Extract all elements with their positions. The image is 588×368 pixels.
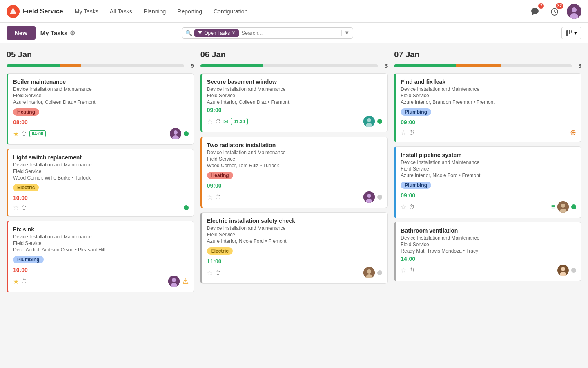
svg-point-16	[367, 118, 371, 122]
chat-button[interactable]: 7	[528, 4, 542, 19]
task-tag-0-1: Electric	[13, 184, 39, 191]
task-sub2-1-1: Field Service	[207, 156, 383, 162]
kanban-view-icon	[566, 30, 572, 36]
filter-close[interactable]: ✕	[232, 30, 236, 36]
task-sub1-2-0: Device Installation and Maintenance	[401, 86, 576, 92]
task-sub1-2-2: Device Installation and Maintenance	[401, 235, 576, 241]
task-time-2-2: 14:00	[401, 256, 576, 262]
clock-icon-0-2[interactable]: ⏱	[21, 278, 27, 285]
timer-badge-nav: 32	[556, 3, 564, 9]
progress-bar-2	[394, 64, 572, 67]
nav-my-tasks[interactable]: My Tasks	[70, 6, 103, 17]
task-sub1-1-0: Device Installation and Maintenance	[207, 86, 383, 92]
svg-point-4	[572, 7, 577, 12]
task-title-1-1: Two radiators installation	[207, 142, 383, 148]
task-sub2-0-1: Field Service	[13, 168, 189, 174]
task-sub3-0-1: Wood Corner, Willie Burke • Turlock	[13, 175, 189, 181]
avatar-0-0	[170, 128, 181, 139]
star-icon-1-1[interactable]: ☆	[207, 193, 213, 201]
day-header-0: 05 Jan	[7, 50, 194, 59]
user-avatar-nav[interactable]	[567, 4, 581, 19]
task-sub2-0-0: Field Service	[13, 93, 189, 99]
nav-configuration[interactable]: Configuration	[209, 6, 252, 17]
search-input[interactable]	[241, 30, 339, 36]
task-sub2-2-1: Field Service	[401, 166, 576, 172]
warn-icon-0-2: ⚠	[182, 277, 189, 286]
status-dot-gray-1-2	[377, 270, 382, 275]
task-title-2-2: Bathroom ventilation	[401, 227, 576, 234]
new-button[interactable]: New	[7, 26, 36, 40]
task-card-2-1[interactable]: Install pipeline system Device Installat…	[394, 146, 581, 218]
task-time-1-2: 11:00	[207, 258, 383, 265]
task-footer: ★⏱⚠	[13, 276, 189, 287]
task-title-2-1: Install pipeline system	[401, 152, 576, 158]
star-icon-1-2[interactable]: ☆	[207, 269, 213, 277]
clock-icon-1-2[interactable]: ⏱	[215, 269, 221, 276]
task-sub3-2-1: Azure Interior, Nicole Ford • Fremont	[401, 173, 576, 178]
search-dropdown-arrow[interactable]: ▼	[341, 30, 350, 36]
clock-icon-2-1[interactable]: ⏱	[409, 204, 414, 210]
nav-all-tasks[interactable]: All Tasks	[105, 6, 137, 17]
day-col-0: 05 Jan 9 Boiler maintenance Device Insta…	[7, 50, 194, 296]
task-sub1-1-1: Device Installation and Maintenance	[207, 150, 383, 155]
star-icon-1-0[interactable]: ☆	[207, 118, 213, 126]
chat-badge: 7	[538, 3, 544, 9]
task-time-0-1: 10:00	[13, 195, 189, 201]
day-header-1: 06 Jan	[200, 50, 388, 59]
task-footer: ☆⏱≡	[401, 201, 576, 213]
nav-planning[interactable]: Planning	[139, 6, 171, 17]
search-icon: 🔍	[185, 30, 192, 36]
status-dot-green-2-1	[571, 204, 576, 209]
clock-icon-2-2[interactable]: ⏱	[409, 267, 414, 274]
task-card-0-0[interactable]: Boiler maintenance Device Installation a…	[7, 73, 194, 145]
task-title-1-0: Secure basement window	[207, 79, 383, 85]
clock-icon-1-0[interactable]: ⏱	[215, 118, 221, 125]
task-card-1-2[interactable]: Electric installation safety check Devic…	[200, 212, 388, 284]
task-card-2-2[interactable]: Bathroom ventilation Device Installation…	[394, 222, 581, 281]
progress-bar-1	[200, 64, 378, 67]
clock-icon-1-1[interactable]: ⏱	[215, 194, 221, 200]
task-tag-0-2: Plumbing	[13, 256, 44, 263]
clock-icon-0-1[interactable]: ⏱	[21, 204, 27, 211]
task-tag-2-1: Plumbing	[401, 182, 431, 189]
star-icon-0-1[interactable]: ☆	[13, 204, 19, 211]
timer-button[interactable]: 32	[547, 4, 562, 19]
svg-rect-6	[566, 30, 568, 36]
task-card-1-1[interactable]: Two radiators installation Device Instal…	[200, 137, 388, 208]
nav-right: 7 32	[528, 4, 581, 19]
task-time-0-2: 10:00	[13, 267, 189, 273]
star-icon-0-2[interactable]: ★	[13, 278, 19, 285]
timer-badge-1-0: 01:30	[231, 118, 248, 125]
status-dot-green-0-0	[184, 131, 189, 136]
search-bar: 🔍 Open Tasks ✕ ▼	[182, 27, 353, 39]
clock-icon-0-0[interactable]: ⏱	[21, 130, 27, 137]
task-card-1-0[interactable]: Secure basement window Device Installati…	[200, 73, 388, 132]
email-icon-1-0[interactable]: ✉	[223, 118, 228, 125]
star-icon-0-0[interactable]: ★	[13, 130, 19, 138]
star-icon-2-2[interactable]: ☆	[401, 267, 406, 274]
alert-icon-2-0: ⊕	[570, 128, 576, 137]
settings-icon[interactable]: ⚙	[70, 29, 75, 37]
avatar-2-2	[557, 265, 569, 276]
calendar-grid: 05 Jan 9 Boiler maintenance Device Insta…	[0, 43, 588, 303]
task-sub3-1-0: Azure Interior, Colleen Diaz • Fremont	[207, 99, 383, 105]
toolbar: New My Tasks ⚙ 🔍 Open Tasks ✕ ▼ ▾	[0, 23, 588, 43]
status-dot-green-1-0	[377, 119, 382, 124]
view-toggle-button[interactable]: ▾	[561, 27, 581, 39]
svg-point-28	[561, 267, 565, 271]
task-card-0-2[interactable]: Fix sink Device Installation and Mainten…	[7, 221, 194, 292]
svg-point-25	[561, 204, 565, 208]
task-card-2-0[interactable]: Find and fix leak Device Installation an…	[394, 73, 581, 142]
clock-icon-2-0[interactable]: ⏱	[409, 129, 414, 136]
star-icon-2-1[interactable]: ☆	[401, 203, 406, 211]
task-footer: ☆⏱	[13, 204, 189, 211]
task-sub1-0-1: Device Installation and Maintenance	[13, 162, 189, 168]
nav-reporting[interactable]: Reporting	[172, 6, 207, 17]
task-sub1-1-2: Device Installation and Maintenance	[207, 225, 383, 231]
task-title-1-2: Electric installation safety check	[207, 218, 383, 224]
app-logo[interactable]: Field Service	[7, 5, 63, 18]
task-sub3-1-1: Wood Corner, Tom Ruiz • Turlock	[207, 163, 383, 168]
task-card-0-1[interactable]: Light switch replacement Device Installa…	[7, 149, 194, 217]
filter-chip[interactable]: Open Tasks ✕	[194, 29, 239, 37]
star-icon-2-0[interactable]: ☆	[401, 129, 406, 137]
